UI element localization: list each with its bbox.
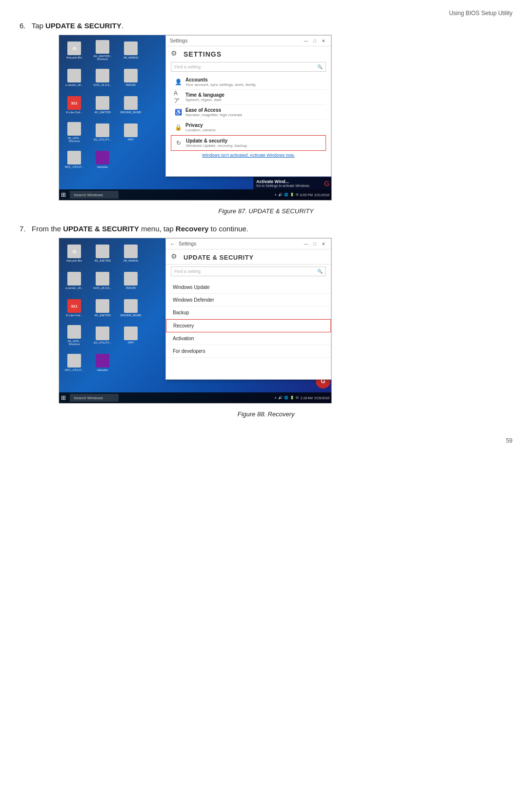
recycle-bin-icon: ♻	[67, 41, 81, 55]
desktop-icon2-driver: DRIVER_B4382	[118, 295, 143, 321]
desktop-icon2-ppp: PPP	[118, 323, 143, 348]
desktop-icon-rebooter: rebooter	[90, 147, 115, 172]
close-button-1[interactable]: ✕	[320, 38, 327, 44]
win-controls-2: — □ ✕	[303, 241, 327, 247]
step-6-text: 6. Tap UPDATE & SECURITY.	[20, 21, 512, 30]
ucenter-icon	[67, 69, 81, 82]
desktop-icon-ucenter: u-center_v8...	[61, 65, 87, 90]
search-box-2[interactable]: Find a setting 🔍	[171, 266, 326, 276]
desktop-icon2-wwan: 08_WWAN	[118, 241, 143, 266]
maximize-button-2[interactable]: □	[311, 241, 318, 247]
ppp-icon-2	[124, 327, 138, 340]
settings-content-1: ⚙ SETTINGS Find a setting 🔍 👤 Accounts	[166, 46, 331, 163]
page-number: 59	[20, 437, 512, 444]
klite-icon-2: 321	[67, 299, 81, 313]
gear-icon-2: ⚙	[171, 252, 181, 262]
hck-icon	[96, 69, 109, 82]
gps-icon	[67, 122, 81, 136]
utility-icon-2	[96, 327, 109, 340]
minimize-button-1[interactable]: —	[303, 38, 309, 44]
back-arrow-2[interactable]: ←	[170, 241, 176, 247]
windows-logo-1[interactable]: ⊞	[61, 191, 66, 198]
settings-menu-activation[interactable]: Activation	[166, 332, 331, 345]
minimize-button-2[interactable]: —	[303, 241, 309, 247]
4gem2-icon	[96, 96, 109, 110]
ease-icon: ♿	[174, 108, 183, 117]
activate-overlay: Activate Wind... Go to Settings to activ…	[253, 177, 331, 189]
rw165-icon	[124, 69, 138, 82]
time-icon: Aア	[174, 93, 183, 102]
settings-menu-time[interactable]: Aア Time & language Speech, region, date	[171, 90, 326, 105]
desktop-icon2-utility: 03_UTILITY...	[90, 323, 115, 348]
figure-88: ♻ Recycle Bin u-center_v8... 321 K-Lite-…	[59, 238, 332, 404]
wwan-icon-2	[124, 245, 138, 258]
search-area-2: Find a setting 🔍	[166, 265, 331, 281]
desktop-icon-driver: DRIVER_B4382	[118, 92, 143, 118]
figure-87-caption: Figure 87. UPDATE & SECURITY	[20, 207, 512, 215]
taskbar-search-1[interactable]: Search Windows	[70, 191, 119, 199]
settings-menu-backup[interactable]: Backup	[166, 307, 331, 319]
settings-header-2: ⚙ UPDATE & SECURITY	[166, 249, 331, 265]
taskbar-left-1: ⊞ Search Windows	[61, 191, 119, 199]
settings-menu-fordevelopers[interactable]: For developers	[166, 345, 331, 358]
desktop-icon-4gem1: 4G_EM7355 -Shortcut	[90, 38, 115, 63]
taskbar-left-2: ⊞ Search Windows	[61, 394, 119, 402]
klite-icon: 321	[67, 96, 81, 110]
settings-menu-accounts[interactable]: 👤 Accounts Your account, sync settings, …	[171, 75, 326, 90]
desktop-icon2-4gem2: 4G_EM7355	[90, 295, 115, 321]
win-desktop-1: ♻ Recycle Bin u-center_v8... 321 K-Lite-…	[59, 35, 331, 200]
taskbar-1: ⊞ Search Windows ∧ 🔊 🌐 🔋 ⊟ 8:05 PM 2/21/…	[59, 189, 331, 200]
settings-window-1: Settings — □ ✕ ⚙ SETTINGS Find a setting…	[165, 35, 331, 177]
gps-icon-2	[67, 325, 81, 339]
page-header: Using BIOS Setup Utility	[20, 10, 512, 17]
desktop-icon2-klite: 321 K-Lite-Cod...	[61, 295, 87, 321]
desktop-icon2-recycle: ♻ Recycle Bin	[61, 241, 87, 266]
settings-window-2: ← Settings — □ ✕ ⚙ UPDATE & SECURITY	[165, 238, 331, 380]
windows-logo-2[interactable]: ⊞	[61, 394, 66, 401]
maximize-button-1[interactable]: □	[311, 38, 318, 44]
settings-menu-winupdate[interactable]: Windows Update	[166, 281, 331, 294]
settings-menu-ease[interactable]: ♿ Ease of Access Narrator, magnifier, hi…	[171, 105, 326, 120]
desktop-icon2-rw165: RW165	[118, 268, 143, 293]
activate-link-1[interactable]: Windows isn't activated. Activate Window…	[171, 151, 326, 160]
desktop-icon-utility: 03_UTILITY...	[90, 120, 115, 145]
4gem2-icon-2	[96, 299, 109, 313]
figure-87: ♻ Recycle Bin u-center_v8... 321 K-Lite-…	[59, 35, 332, 201]
nfc-icon	[67, 151, 81, 164]
privacy-icon: 🔒	[174, 123, 183, 132]
desktop-icon-wwan: 08_WWAN	[118, 38, 143, 63]
desktop-icons-2: ♻ Recycle Bin u-center_v8... 321 K-Lite-…	[59, 238, 147, 380]
settings-menu-update[interactable]: ↻ Update & security Windows Update, reco…	[171, 135, 326, 151]
settings-menu-defender[interactable]: Windows Defender	[166, 294, 331, 307]
4gem1-icon	[96, 40, 109, 54]
ppp-icon	[124, 123, 138, 137]
taskbar-search-2[interactable]: Search Windows	[70, 394, 119, 402]
settings-menu-recovery[interactable]: Recovery	[166, 319, 331, 332]
recycle-bin-icon-2: ♻	[67, 245, 81, 258]
desktop-icon-gps: 09_GPS -Shortcut	[61, 120, 87, 145]
desktop-icon-klite: 321 K-Lite-Cod...	[61, 92, 87, 118]
settings-menu-privacy[interactable]: 🔒 Privacy Location, camera	[171, 120, 326, 135]
desktop-icon-nfc: NFC_UTILIT...	[61, 147, 87, 172]
rebooter-icon	[96, 151, 109, 164]
rebooter-icon-2	[96, 354, 109, 368]
hck-icon-2	[96, 272, 109, 286]
figure-88-caption: Figure 88. Recovery	[20, 410, 512, 418]
wwan-icon	[124, 41, 138, 55]
ucenter-icon-2	[67, 272, 81, 286]
titlebar-2: ← Settings — □ ✕	[166, 239, 331, 249]
titlebar-1: Settings — □ ✕	[166, 36, 331, 46]
taskbar-right-2: ∧ 🔊 🌐 🔋 ⊟ 1:18 AM 2/19/2016	[274, 396, 329, 400]
search-box-1[interactable]: Find a setting 🔍	[171, 62, 326, 72]
accounts-icon: 👤	[174, 78, 183, 86]
desktop-icon-ppp: PPP	[118, 120, 143, 145]
win-controls-1: — □ ✕	[303, 38, 327, 44]
desktop-icon2-hck: HCK_v6.3.9...	[90, 268, 115, 293]
utility-icon	[96, 123, 109, 137]
close-button-2[interactable]: ✕	[320, 241, 327, 247]
desktop-icon2-rebooter: rebooter	[90, 350, 115, 375]
desktop-icon-rw165: RW165	[118, 65, 143, 90]
win-desktop-2: ♻ Recycle Bin u-center_v8... 321 K-Lite-…	[59, 238, 331, 403]
desktop-icon2-gps: 09_GPS -Shortcut	[61, 323, 87, 348]
desktop-icon-4gem2: 4G_EM7355	[90, 92, 115, 118]
